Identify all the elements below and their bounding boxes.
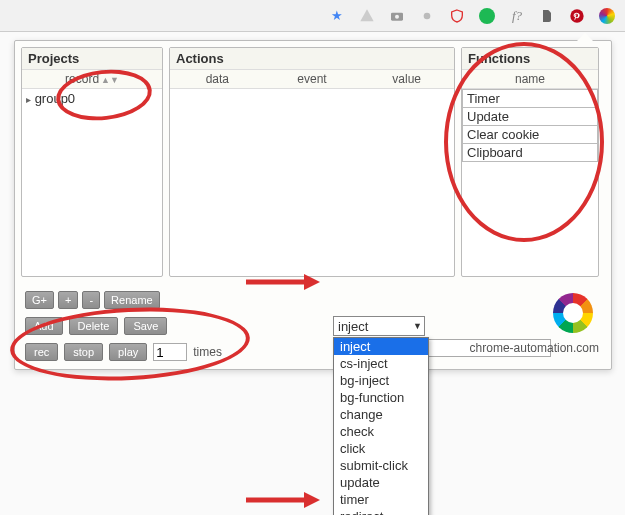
inject-option[interactable]: check bbox=[334, 423, 428, 440]
grammarly-icon[interactable] bbox=[479, 8, 495, 24]
inject-option[interactable]: bg-function bbox=[334, 389, 428, 406]
recorder-bar: rec stop play times bbox=[25, 343, 222, 361]
extension-popup: Projects record▲▼ group0 Actions data ev… bbox=[14, 40, 612, 370]
site-link[interactable]: chrome-automation.com bbox=[470, 341, 599, 355]
inject-selected-label: inject bbox=[338, 319, 368, 334]
times-label: times bbox=[193, 345, 222, 359]
pinterest-icon[interactable] bbox=[569, 8, 585, 24]
actions-col-data[interactable]: data bbox=[170, 70, 265, 88]
shield-icon[interactable] bbox=[449, 8, 465, 24]
function-row[interactable]: Clipboard bbox=[463, 144, 598, 162]
delete-action-button[interactable]: Delete bbox=[69, 317, 119, 335]
chrome-automation-logo-icon bbox=[553, 293, 593, 333]
functions-title: Functions bbox=[462, 48, 598, 70]
crud-bar: Add Delete Save bbox=[25, 317, 167, 335]
inject-option[interactable]: cs-inject bbox=[334, 355, 428, 372]
browser-toolbar: ★ f? bbox=[0, 0, 625, 32]
bookmark-star-icon[interactable]: ★ bbox=[329, 8, 345, 24]
rename-button[interactable]: Rename bbox=[104, 291, 160, 309]
projects-panel: Projects record▲▼ group0 bbox=[21, 47, 163, 277]
project-label: group0 bbox=[35, 91, 75, 106]
functions-table: Timer Update Clear cookie Clipboard bbox=[462, 89, 598, 162]
actions-header-row: data event value bbox=[170, 70, 454, 89]
function-row[interactable]: Timer bbox=[463, 90, 598, 108]
svg-point-2 bbox=[424, 12, 431, 19]
inject-option[interactable]: click bbox=[334, 440, 428, 457]
rec-button[interactable]: rec bbox=[25, 343, 58, 361]
drive-icon[interactable] bbox=[359, 8, 375, 24]
panels-row: Projects record▲▼ group0 Actions data ev… bbox=[15, 41, 611, 283]
inject-option[interactable]: update bbox=[334, 474, 428, 491]
camera-icon[interactable] bbox=[389, 8, 405, 24]
inject-select-wrap: inject ▼ inject cs-inject bg-inject bg-f… bbox=[333, 316, 425, 336]
inject-option[interactable]: bg-inject bbox=[334, 372, 428, 389]
stop-button[interactable]: stop bbox=[64, 343, 103, 361]
projects-title: Projects bbox=[22, 48, 162, 70]
colorwheel-icon[interactable] bbox=[599, 8, 615, 24]
inject-dropdown: inject cs-inject bg-inject bg-function c… bbox=[333, 337, 429, 515]
add-button[interactable]: + bbox=[58, 291, 78, 309]
functions-header[interactable]: name bbox=[462, 70, 598, 89]
function-row[interactable]: Update bbox=[463, 108, 598, 126]
actions-col-event[interactable]: event bbox=[265, 70, 360, 88]
project-row[interactable]: group0 bbox=[22, 89, 162, 108]
inject-select[interactable]: inject ▼ bbox=[333, 316, 425, 336]
inject-option[interactable]: redirect bbox=[334, 508, 428, 515]
project-ops-bar: G+ + - Rename bbox=[25, 291, 160, 309]
svg-marker-7 bbox=[304, 492, 320, 508]
save-action-button[interactable]: Save bbox=[124, 317, 167, 335]
svg-point-1 bbox=[395, 14, 399, 18]
play-button[interactable]: play bbox=[109, 343, 147, 361]
actions-title: Actions bbox=[170, 48, 454, 70]
function-row[interactable]: Clear cookie bbox=[463, 126, 598, 144]
gplus-button[interactable]: G+ bbox=[25, 291, 54, 309]
projects-header-label: record bbox=[65, 72, 99, 86]
projects-header[interactable]: record▲▼ bbox=[22, 70, 162, 89]
inject-option[interactable]: inject bbox=[334, 338, 428, 355]
record-dot-icon[interactable] bbox=[419, 8, 435, 24]
remove-button[interactable]: - bbox=[82, 291, 100, 309]
functions-panel: Functions name Timer Update Clear cookie… bbox=[461, 47, 599, 277]
repeat-count-input[interactable] bbox=[153, 343, 187, 361]
evernote-icon[interactable] bbox=[539, 8, 555, 24]
actions-panel: Actions data event value bbox=[169, 47, 455, 277]
inject-option[interactable]: submit-click bbox=[334, 457, 428, 474]
chevron-down-icon: ▼ bbox=[413, 321, 422, 331]
annotation-arrow-pause bbox=[246, 488, 320, 512]
f-question-icon[interactable]: f? bbox=[509, 8, 525, 24]
sort-icon: ▲▼ bbox=[101, 75, 119, 85]
svg-point-3 bbox=[570, 9, 583, 22]
inject-option[interactable]: timer bbox=[334, 491, 428, 508]
inject-option[interactable]: change bbox=[334, 406, 428, 423]
actions-col-value[interactable]: value bbox=[359, 70, 454, 88]
add-action-button[interactable]: Add bbox=[25, 317, 63, 335]
